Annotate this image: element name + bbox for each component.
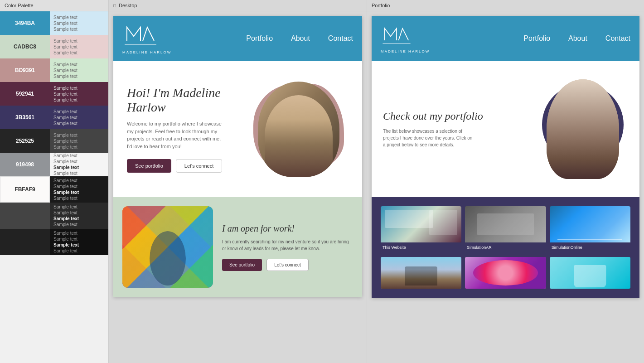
swatch-bd9391[interactable]: BD9391 [0, 58, 50, 82]
portfolio-item-online[interactable]: SimulationOnline [550, 206, 630, 252]
sample-text-34: Sample text [53, 248, 105, 253]
sample-text-2: Sample text [53, 21, 105, 26]
desktop-work-desc: I am currently searching for my next ven… [222, 238, 353, 252]
color-palette-panel: Color Palette 3494BA Sample text Sample … [0, 0, 109, 363]
portfolio-item-website[interactable]: This Website [381, 206, 461, 252]
sample-text-25: Sample text [53, 190, 105, 195]
sample-text-30: Sample text [53, 222, 105, 227]
sample-text-23: Sample text [53, 178, 105, 183]
swatch-label-919498: 919498 [16, 161, 34, 168]
desktop-work-section: I am open for work! I am currently searc… [113, 197, 362, 297]
sample-text-11: Sample text [53, 92, 105, 97]
portfolio-nav-links: Portfolio About Contact [523, 34, 630, 43]
portfolio-panel: Portfolio MADELINE HARLOW Portfolio Abou… [367, 0, 644, 363]
desktop-logo-subtitle: MADELINE HARLOW [122, 50, 246, 54]
desktop-website-preview: MADELINE HARLOW Portfolio About Contact … [113, 16, 362, 297]
swatch-cadbc8[interactable]: CADBC8 [0, 35, 50, 58]
desktop-panel-title: □ Desktop [109, 0, 367, 11]
swatch-label-252525: 252525 [16, 138, 34, 144]
portfolio-item-label-website: This Website [381, 242, 461, 252]
sample-col-extra1: Sample text Sample text Sample text Samp… [50, 203, 108, 229]
swatch-252525[interactable]: 252525 [0, 129, 50, 153]
portfolio-grid: This Website SimulationAR [381, 206, 630, 252]
sample-text-28: Sample text [53, 210, 105, 215]
color-row-592941: 592941 Sample text Sample text Sample te… [0, 82, 108, 106]
sample-col-592941: Sample text Sample text Sample text [50, 82, 108, 106]
portfolio-logo-subtitle: MADELINE HARLOW [381, 49, 523, 53]
color-row-cadbc8: CADBC8 Sample text Sample text Sample te… [0, 35, 108, 58]
nav-link-about[interactable]: About [291, 34, 310, 43]
desktop-work-connect-btn[interactable]: Let's connect [266, 259, 309, 271]
swatch-label-3b3561: 3B3561 [15, 114, 34, 121]
desktop-see-portfolio-btn[interactable]: See portfolio [127, 159, 171, 173]
desktop-panel: □ Desktop MADELINE HARLOW Portfolio Abou… [109, 0, 367, 363]
swatch-label-592941: 592941 [16, 91, 34, 97]
portfolio-person [547, 79, 619, 179]
sample-text-16: Sample text [53, 133, 105, 138]
portfolio-photo [547, 79, 619, 179]
portfolio-hero-image-container [537, 75, 628, 184]
color-row-919498: 919498 Sample text Sample text Sample te… [0, 153, 108, 176]
sample-text-3: Sample text [53, 27, 105, 32]
portfolio-logo: MADELINE HARLOW [381, 24, 523, 53]
desktop-nav-links: Portfolio About Contact [246, 34, 353, 43]
portfolio-hero-section: Check out my portfolio The list below sh… [372, 61, 639, 197]
color-row-extra2: Sample text Sample text Sample text Samp… [0, 229, 108, 255]
sample-text-12: Sample text [53, 97, 105, 102]
sample-text-10: Sample text [53, 86, 105, 91]
sample-text-19: Sample text [53, 153, 105, 158]
nav-link-contact[interactable]: Contact [328, 34, 353, 43]
desktop-hero-text: Hoi! I'm Madeline Harlow Welcome to my p… [127, 86, 249, 173]
sample-col-cadbc8: Sample text Sample text Sample text [50, 35, 108, 58]
portfolio-grid-section: This Website SimulationAR [372, 197, 639, 298]
color-palette-title: Color Palette [0, 0, 108, 11]
sample-text-17: Sample text [53, 139, 105, 144]
swatch-blue[interactable]: 3494BA [0, 11, 50, 35]
desktop-logo: MADELINE HARLOW [122, 23, 246, 54]
sample-text-8: Sample text [53, 68, 105, 73]
desktop-hero-buttons: See portfolio Let's connect [127, 159, 249, 173]
portfolio-nav-contact[interactable]: Contact [605, 34, 630, 43]
sample-text-32: Sample text [53, 237, 105, 242]
portfolio-item-image-online [550, 206, 630, 242]
portfolio-hero-text: Check out my portfolio The list below sh… [383, 110, 537, 148]
sample-text-33: Sample text [53, 242, 105, 247]
portfolio-bottom-item-cup[interactable] [550, 257, 630, 289]
desktop-icon: □ [113, 3, 116, 8]
desktop-work-portfolio-btn[interactable]: See portfolio [222, 259, 262, 271]
sample-text-14: Sample text [53, 115, 105, 120]
swatch-592941[interactable]: 592941 [0, 82, 50, 106]
portfolio-nav-about[interactable]: About [568, 34, 587, 43]
color-row-fbfaf9: FBFAF9 Sample text Sample text Sample te… [0, 176, 108, 203]
logo-svg [122, 23, 159, 48]
swatch-919498[interactable]: 919498 [0, 153, 50, 176]
swatch-extra1 [0, 203, 50, 229]
portfolio-bottom-grid [381, 257, 630, 289]
portfolio-logo-svg [381, 24, 412, 47]
sample-col-bd9391: Sample text Sample text Sample text [50, 58, 108, 82]
nav-link-portfolio[interactable]: Portfolio [246, 34, 273, 43]
portfolio-panel-title: Portfolio [367, 0, 644, 11]
swatch-3b3561[interactable]: 3B3561 [0, 106, 50, 129]
desktop-work-buttons: See portfolio Let's connect [222, 259, 353, 271]
sample-col-extra2: Sample text Sample text Sample text Samp… [50, 229, 108, 255]
swatch-label-bd9391: BD9391 [15, 67, 35, 73]
portfolio-bottom-item-flowers[interactable] [465, 257, 546, 289]
portfolio-hero-title: Check out my portfolio [383, 110, 537, 122]
desktop-work-title: I am open for work! [222, 223, 353, 234]
color-row-extra1: Sample text Sample text Sample text Samp… [0, 203, 108, 229]
sample-text-27: Sample text [53, 204, 105, 209]
sample-text-7: Sample text [53, 62, 105, 67]
sample-text-1: Sample text [53, 15, 105, 20]
portfolio-nav: MADELINE HARLOW Portfolio About Contact [372, 16, 639, 61]
portfolio-nav-portfolio[interactable]: Portfolio [523, 34, 550, 43]
sample-text-24: Sample text [53, 184, 105, 189]
portfolio-bottom-item-photo[interactable] [381, 257, 461, 289]
portfolio-item-ar[interactable]: SimulationAR [465, 206, 546, 252]
hero-photo [258, 82, 339, 177]
desktop-lets-connect-btn[interactable]: Let's connect [176, 159, 222, 173]
swatch-label-blue: 3494BA [15, 20, 35, 26]
sample-text-5: Sample text [53, 44, 105, 49]
swatch-fbfaf9[interactable]: FBFAF9 [0, 176, 50, 203]
sample-text-22: Sample text [53, 171, 105, 176]
